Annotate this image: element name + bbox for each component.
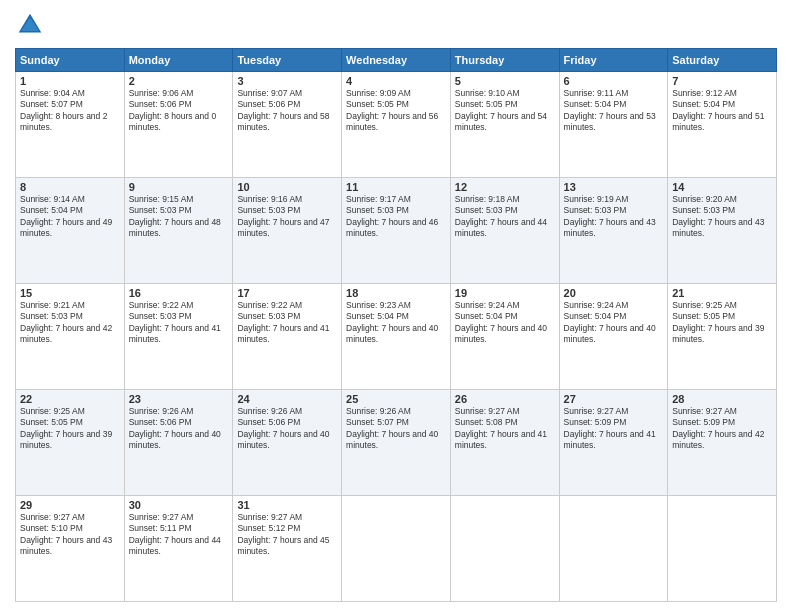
day-number: 1 xyxy=(20,75,120,87)
day-number: 22 xyxy=(20,393,120,405)
day-detail: Sunrise: 9:26 AMSunset: 5:07 PMDaylight:… xyxy=(346,406,446,452)
day-number: 16 xyxy=(129,287,229,299)
day-detail: Sunrise: 9:26 AMSunset: 5:06 PMDaylight:… xyxy=(237,406,337,452)
week-row-2: 8Sunrise: 9:14 AMSunset: 5:04 PMDaylight… xyxy=(16,178,777,284)
day-cell: 19Sunrise: 9:24 AMSunset: 5:04 PMDayligh… xyxy=(450,284,559,390)
day-cell: 20Sunrise: 9:24 AMSunset: 5:04 PMDayligh… xyxy=(559,284,668,390)
calendar-header: SundayMondayTuesdayWednesdayThursdayFrid… xyxy=(16,49,777,72)
header-cell-thursday: Thursday xyxy=(450,49,559,72)
day-cell: 27Sunrise: 9:27 AMSunset: 5:09 PMDayligh… xyxy=(559,390,668,496)
calendar-body: 1Sunrise: 9:04 AMSunset: 5:07 PMDaylight… xyxy=(16,72,777,602)
day-detail: Sunrise: 9:27 AMSunset: 5:12 PMDaylight:… xyxy=(237,512,337,558)
day-number: 26 xyxy=(455,393,555,405)
day-cell: 17Sunrise: 9:22 AMSunset: 5:03 PMDayligh… xyxy=(233,284,342,390)
day-detail: Sunrise: 9:21 AMSunset: 5:03 PMDaylight:… xyxy=(20,300,120,346)
day-cell: 22Sunrise: 9:25 AMSunset: 5:05 PMDayligh… xyxy=(16,390,125,496)
header-cell-monday: Monday xyxy=(124,49,233,72)
day-detail: Sunrise: 9:27 AMSunset: 5:10 PMDaylight:… xyxy=(20,512,120,558)
day-cell xyxy=(342,496,451,602)
day-detail: Sunrise: 9:15 AMSunset: 5:03 PMDaylight:… xyxy=(129,194,229,240)
day-detail: Sunrise: 9:14 AMSunset: 5:04 PMDaylight:… xyxy=(20,194,120,240)
day-detail: Sunrise: 9:10 AMSunset: 5:05 PMDaylight:… xyxy=(455,88,555,134)
week-row-4: 22Sunrise: 9:25 AMSunset: 5:05 PMDayligh… xyxy=(16,390,777,496)
header-row: SundayMondayTuesdayWednesdayThursdayFrid… xyxy=(16,49,777,72)
day-detail: Sunrise: 9:09 AMSunset: 5:05 PMDaylight:… xyxy=(346,88,446,134)
week-row-5: 29Sunrise: 9:27 AMSunset: 5:10 PMDayligh… xyxy=(16,496,777,602)
day-cell xyxy=(450,496,559,602)
day-cell: 18Sunrise: 9:23 AMSunset: 5:04 PMDayligh… xyxy=(342,284,451,390)
header-cell-friday: Friday xyxy=(559,49,668,72)
day-detail: Sunrise: 9:07 AMSunset: 5:06 PMDaylight:… xyxy=(237,88,337,134)
day-cell: 8Sunrise: 9:14 AMSunset: 5:04 PMDaylight… xyxy=(16,178,125,284)
day-cell: 15Sunrise: 9:21 AMSunset: 5:03 PMDayligh… xyxy=(16,284,125,390)
day-number: 18 xyxy=(346,287,446,299)
day-cell: 6Sunrise: 9:11 AMSunset: 5:04 PMDaylight… xyxy=(559,72,668,178)
day-cell: 31Sunrise: 9:27 AMSunset: 5:12 PMDayligh… xyxy=(233,496,342,602)
day-number: 13 xyxy=(564,181,664,193)
day-cell: 1Sunrise: 9:04 AMSunset: 5:07 PMDaylight… xyxy=(16,72,125,178)
day-cell: 7Sunrise: 9:12 AMSunset: 5:04 PMDaylight… xyxy=(668,72,777,178)
day-number: 23 xyxy=(129,393,229,405)
day-number: 14 xyxy=(672,181,772,193)
day-number: 2 xyxy=(129,75,229,87)
day-detail: Sunrise: 9:25 AMSunset: 5:05 PMDaylight:… xyxy=(672,300,772,346)
day-detail: Sunrise: 9:22 AMSunset: 5:03 PMDaylight:… xyxy=(129,300,229,346)
day-detail: Sunrise: 9:25 AMSunset: 5:05 PMDaylight:… xyxy=(20,406,120,452)
day-number: 31 xyxy=(237,499,337,511)
day-cell: 13Sunrise: 9:19 AMSunset: 5:03 PMDayligh… xyxy=(559,178,668,284)
day-detail: Sunrise: 9:23 AMSunset: 5:04 PMDaylight:… xyxy=(346,300,446,346)
day-number: 6 xyxy=(564,75,664,87)
day-number: 17 xyxy=(237,287,337,299)
header-cell-saturday: Saturday xyxy=(668,49,777,72)
logo xyxy=(15,10,49,40)
day-number: 20 xyxy=(564,287,664,299)
day-cell: 30Sunrise: 9:27 AMSunset: 5:11 PMDayligh… xyxy=(124,496,233,602)
day-number: 24 xyxy=(237,393,337,405)
day-cell: 24Sunrise: 9:26 AMSunset: 5:06 PMDayligh… xyxy=(233,390,342,496)
day-detail: Sunrise: 9:24 AMSunset: 5:04 PMDaylight:… xyxy=(455,300,555,346)
calendar-table: SundayMondayTuesdayWednesdayThursdayFrid… xyxy=(15,48,777,602)
day-number: 7 xyxy=(672,75,772,87)
day-number: 28 xyxy=(672,393,772,405)
day-number: 8 xyxy=(20,181,120,193)
header-cell-tuesday: Tuesday xyxy=(233,49,342,72)
logo-icon xyxy=(15,10,45,40)
day-detail: Sunrise: 9:20 AMSunset: 5:03 PMDaylight:… xyxy=(672,194,772,240)
header-cell-wednesday: Wednesday xyxy=(342,49,451,72)
day-cell: 26Sunrise: 9:27 AMSunset: 5:08 PMDayligh… xyxy=(450,390,559,496)
day-cell: 9Sunrise: 9:15 AMSunset: 5:03 PMDaylight… xyxy=(124,178,233,284)
day-cell: 21Sunrise: 9:25 AMSunset: 5:05 PMDayligh… xyxy=(668,284,777,390)
day-detail: Sunrise: 9:18 AMSunset: 5:03 PMDaylight:… xyxy=(455,194,555,240)
day-detail: Sunrise: 9:27 AMSunset: 5:09 PMDaylight:… xyxy=(672,406,772,452)
day-number: 25 xyxy=(346,393,446,405)
day-detail: Sunrise: 9:26 AMSunset: 5:06 PMDaylight:… xyxy=(129,406,229,452)
day-cell xyxy=(668,496,777,602)
day-cell: 28Sunrise: 9:27 AMSunset: 5:09 PMDayligh… xyxy=(668,390,777,496)
day-number: 11 xyxy=(346,181,446,193)
page: SundayMondayTuesdayWednesdayThursdayFrid… xyxy=(0,0,792,612)
day-cell: 23Sunrise: 9:26 AMSunset: 5:06 PMDayligh… xyxy=(124,390,233,496)
day-number: 4 xyxy=(346,75,446,87)
day-detail: Sunrise: 9:19 AMSunset: 5:03 PMDaylight:… xyxy=(564,194,664,240)
day-number: 12 xyxy=(455,181,555,193)
day-detail: Sunrise: 9:06 AMSunset: 5:06 PMDaylight:… xyxy=(129,88,229,134)
day-number: 27 xyxy=(564,393,664,405)
day-detail: Sunrise: 9:11 AMSunset: 5:04 PMDaylight:… xyxy=(564,88,664,134)
week-row-3: 15Sunrise: 9:21 AMSunset: 5:03 PMDayligh… xyxy=(16,284,777,390)
day-cell: 14Sunrise: 9:20 AMSunset: 5:03 PMDayligh… xyxy=(668,178,777,284)
day-cell: 5Sunrise: 9:10 AMSunset: 5:05 PMDaylight… xyxy=(450,72,559,178)
day-number: 9 xyxy=(129,181,229,193)
day-number: 21 xyxy=(672,287,772,299)
day-detail: Sunrise: 9:27 AMSunset: 5:09 PMDaylight:… xyxy=(564,406,664,452)
day-cell: 16Sunrise: 9:22 AMSunset: 5:03 PMDayligh… xyxy=(124,284,233,390)
day-detail: Sunrise: 9:27 AMSunset: 5:08 PMDaylight:… xyxy=(455,406,555,452)
header-cell-sunday: Sunday xyxy=(16,49,125,72)
day-cell: 25Sunrise: 9:26 AMSunset: 5:07 PMDayligh… xyxy=(342,390,451,496)
day-cell: 3Sunrise: 9:07 AMSunset: 5:06 PMDaylight… xyxy=(233,72,342,178)
day-number: 10 xyxy=(237,181,337,193)
day-detail: Sunrise: 9:04 AMSunset: 5:07 PMDaylight:… xyxy=(20,88,120,134)
day-cell: 4Sunrise: 9:09 AMSunset: 5:05 PMDaylight… xyxy=(342,72,451,178)
day-cell: 2Sunrise: 9:06 AMSunset: 5:06 PMDaylight… xyxy=(124,72,233,178)
day-number: 5 xyxy=(455,75,555,87)
day-detail: Sunrise: 9:17 AMSunset: 5:03 PMDaylight:… xyxy=(346,194,446,240)
